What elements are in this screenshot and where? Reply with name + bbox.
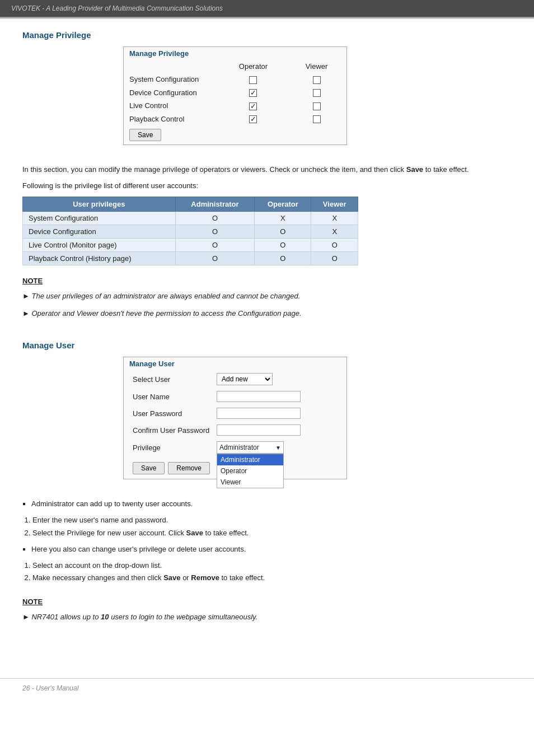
- confirm-password-label: Confirm User Password: [129, 422, 213, 438]
- user-form-row-name: User Name: [129, 388, 304, 405]
- user-form-row-privilege: Privilege Administrator ▼ Administrator …: [129, 438, 304, 456]
- manage-user-section-title: Manage User: [22, 340, 512, 350]
- note2-title: NOTE: [22, 598, 512, 606]
- privilege-selected-value: Administrator: [219, 444, 259, 451]
- privilege-table: Operator Viewer System Configuration Dev…: [124, 60, 346, 125]
- table-row: System Configuration: [124, 73, 346, 86]
- user-form-table: Select User Add new User Name User Passw…: [129, 370, 304, 456]
- privilege-value[interactable]: Administrator ▼ Administrator Operator V…: [213, 438, 304, 456]
- user-password-input[interactable]: [217, 408, 301, 419]
- privilege-options-list: Administrator Operator Viewer: [217, 454, 284, 488]
- row-admin: O: [175, 251, 255, 265]
- select-user-label: Select User: [129, 370, 213, 388]
- dev-viewer-check[interactable]: [287, 86, 346, 100]
- header-title: VIVOTEK - A Leading Provider of Multimed…: [11, 4, 223, 12]
- user-name-input[interactable]: [217, 391, 301, 402]
- privilege-col-viewer: Viewer: [287, 60, 346, 73]
- row-viewer: X: [311, 225, 358, 238]
- checkbox-dev-operator[interactable]: [249, 89, 257, 97]
- playback-operator-check[interactable]: [220, 113, 287, 126]
- privilege-list-table: User privileges Administrator Operator V…: [22, 197, 358, 265]
- note-section-1: NOTE The user privileges of an administr…: [22, 277, 512, 320]
- privilege-label: Privilege: [129, 438, 213, 456]
- row-label: Playback Control (History page): [23, 251, 176, 265]
- privilege-dropdown-container[interactable]: Administrator ▼ Administrator Operator V…: [217, 441, 284, 454]
- privilege-col-operator: Operator: [220, 60, 287, 73]
- row-label: System Configuration: [23, 211, 176, 225]
- table-row: Playback Control (History page) O O O: [23, 251, 358, 265]
- row-viewer: X: [311, 211, 358, 225]
- confirm-password-input[interactable]: [217, 424, 301, 436]
- row-operator: O: [255, 238, 311, 251]
- checkbox-sys-operator[interactable]: [249, 76, 257, 84]
- footer-bar: 26 - User's Manual: [0, 678, 534, 698]
- select-user-value: Add new: [213, 370, 304, 388]
- manage-user-bullets2: Here you also can change user's privileg…: [31, 544, 512, 556]
- step2-bold-remove: Remove: [191, 573, 219, 582]
- checkbox-live-viewer[interactable]: [313, 102, 321, 110]
- priv-col-operator: Operator: [255, 197, 311, 211]
- row-label: Live Control (Monitor page): [23, 238, 176, 251]
- table-row: Live Control (Monitor page) O O O: [23, 238, 358, 251]
- user-remove-button[interactable]: Remove: [168, 462, 210, 474]
- row-label: System Configuration: [124, 73, 220, 86]
- dev-operator-check[interactable]: [220, 86, 287, 100]
- confirm-password-value[interactable]: [213, 422, 304, 438]
- user-form-row-select: Select User Add new: [129, 370, 304, 388]
- table-row: Device Configuration O O X: [23, 225, 358, 238]
- sys-operator-check[interactable]: [220, 73, 287, 86]
- row-admin: O: [175, 225, 255, 238]
- priv-col-admin: Administrator: [175, 197, 255, 211]
- live-operator-check[interactable]: [220, 99, 287, 113]
- row-operator: O: [255, 251, 311, 265]
- checkbox-live-operator[interactable]: [249, 102, 257, 110]
- user-form-row-password: User Password: [129, 405, 304, 422]
- table-row: System Configuration O X X: [23, 211, 358, 225]
- privilege-para2: Following is the privilege list of diffe…: [22, 180, 512, 192]
- checkbox-playback-operator[interactable]: [249, 115, 257, 123]
- user-form-row-confirm: Confirm User Password: [129, 422, 304, 438]
- table-row: Playback Control: [124, 113, 346, 126]
- note2-item1: NR7401 allows up to 10 users to login to…: [22, 612, 512, 623]
- privilege-option-administrator[interactable]: Administrator: [217, 454, 283, 465]
- note1-title: NOTE: [22, 277, 512, 285]
- list-item: Here you also can change user's privileg…: [31, 544, 512, 556]
- user-password-value[interactable]: [213, 405, 304, 422]
- privilege-option-viewer[interactable]: Viewer: [217, 477, 283, 488]
- privilege-select-shown[interactable]: Administrator ▼: [217, 441, 284, 454]
- table-row: Device Configuration: [124, 86, 346, 100]
- list-item: Select the Privilege for new user accoun…: [32, 528, 512, 539]
- live-viewer-check[interactable]: [287, 99, 346, 113]
- row-label: Device Configuration: [124, 86, 220, 100]
- checkbox-playback-viewer[interactable]: [313, 115, 321, 123]
- row-label: Device Configuration: [23, 225, 176, 238]
- privilege-save-button[interactable]: Save: [129, 129, 161, 141]
- row-label: Playback Control: [124, 113, 220, 126]
- manage-privilege-section-title: Manage Privilege: [22, 30, 512, 40]
- row-viewer: O: [311, 238, 358, 251]
- privilege-col-label: [124, 60, 220, 73]
- list-item: Enter the new user's name and password.: [32, 515, 512, 526]
- note1-item1: The user privileges of an administrator …: [22, 291, 512, 302]
- main-content: Manage Privilege Manage Privilege Operat…: [0, 19, 534, 656]
- select-user-dropdown[interactable]: Add new: [217, 373, 273, 385]
- user-save-button[interactable]: Save: [133, 462, 165, 474]
- row-operator: O: [255, 225, 311, 238]
- playback-viewer-check[interactable]: [287, 113, 346, 126]
- user-name-value[interactable]: [213, 388, 304, 405]
- privilege-save-area: Save: [124, 125, 346, 144]
- para1-bold: Save: [406, 165, 423, 174]
- list-item: Make necessary changes and then click Sa…: [32, 572, 512, 584]
- table-row: Live Control: [124, 99, 346, 113]
- manage-user-steps2: Select an account on the drop-down list.…: [32, 560, 512, 585]
- manage-user-box: Manage User Select User Add new User Nam…: [123, 357, 347, 479]
- checkbox-dev-viewer[interactable]: [313, 89, 321, 97]
- list-item: Select an account on the drop-down list.: [32, 560, 512, 572]
- manage-privilege-box: Manage Privilege Operator Viewer System …: [123, 46, 347, 145]
- checkbox-sys-viewer[interactable]: [313, 76, 321, 84]
- privilege-box-title: Manage Privilege: [124, 47, 346, 60]
- privilege-option-operator[interactable]: Operator: [217, 465, 283, 477]
- sys-viewer-check[interactable]: [287, 73, 346, 86]
- step2-bold-save: Save: [163, 573, 180, 582]
- user-box-title: Manage User: [124, 357, 346, 370]
